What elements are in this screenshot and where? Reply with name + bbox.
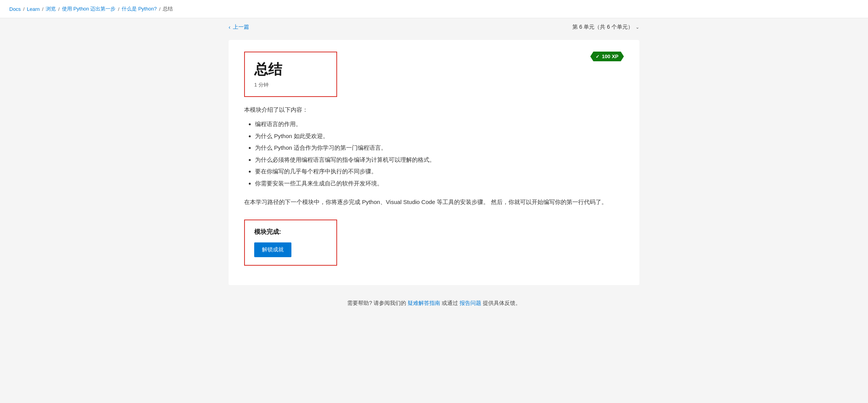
breadcrumb-learn[interactable]: Learn <box>27 6 40 12</box>
report-link[interactable]: 报告问题 <box>460 300 481 306</box>
breadcrumb-sep-3: / <box>58 6 60 12</box>
page-title: 总结 <box>254 60 327 79</box>
chevron-down-icon: ⌄ <box>636 24 639 30</box>
breadcrumb-browse[interactable]: 浏览 <box>46 5 56 12</box>
xp-badge: ✓ 100 XP <box>590 52 624 61</box>
unit-selector[interactable]: 第 6 单元（共 6 个单元） ⌄ <box>572 24 639 31</box>
check-icon: ✓ <box>596 54 599 59</box>
list-item: 你需要安装一些工具来生成自己的软件开发环境。 <box>255 179 624 188</box>
unlock-button[interactable]: 解锁成就 <box>254 242 291 257</box>
breadcrumb-sep-5: / <box>159 6 160 12</box>
breadcrumb: Docs / Learn / 浏览 / 使用 Python 迈出第一步 / 什么… <box>0 0 868 18</box>
body-text: 在本学习路径的下一个模块中，你将逐步完成 Python、Visual Studi… <box>244 197 624 207</box>
prev-label: 上一篇 <box>233 24 249 31</box>
prev-button[interactable]: ‹ 上一篇 <box>229 24 249 31</box>
footer-help: 需要帮助? 请参阅我们的 疑难解答指南 或通过 报告问题 提供具体反馈。 <box>229 293 639 314</box>
breadcrumb-docs[interactable]: Docs <box>9 6 21 12</box>
module-complete-label: 模块完成: <box>254 228 327 236</box>
chevron-left-icon: ‹ <box>229 24 231 30</box>
footer-text-mid: 或通过 <box>442 300 458 306</box>
breadcrumb-sep-1: / <box>23 6 25 12</box>
list-item: 编程语言的作用。 <box>255 120 624 129</box>
breadcrumb-course[interactable]: 使用 Python 迈出第一步 <box>62 5 116 12</box>
list-item: 为什么必须将使用编程语言编写的指令编译为计算机可以理解的格式。 <box>255 156 624 164</box>
header-box: 总结 1 分钟 <box>244 52 337 97</box>
nav-bar: ‹ 上一篇 第 6 单元（共 6 个单元） ⌄ <box>229 18 639 36</box>
faq-link[interactable]: 疑难解答指南 <box>408 300 440 306</box>
bullet-list: 编程语言的作用。 为什么 Python 如此受欢迎。 为什么 Python 适合… <box>244 120 624 188</box>
breadcrumb-current: 总结 <box>163 5 173 12</box>
duration-label: 1 分钟 <box>254 81 327 88</box>
module-complete-box: 模块完成: 解锁成就 <box>244 220 337 266</box>
footer-text-after: 提供具体反馈。 <box>483 300 521 306</box>
breadcrumb-what-is-python[interactable]: 什么是 Python? <box>122 5 157 12</box>
footer-text-before: 需要帮助? 请参阅我们的 <box>347 300 406 306</box>
xp-label: 100 XP <box>602 54 618 59</box>
list-item: 为什么 Python 如此受欢迎。 <box>255 132 624 141</box>
breadcrumb-sep-4: / <box>118 6 119 12</box>
unit-label: 第 6 单元（共 6 个单元） <box>572 24 633 31</box>
breadcrumb-sep-2: / <box>42 6 44 12</box>
content-card: ✓ 100 XP 总结 1 分钟 本模块介绍了以下内容： 编程语言的作用。 为什… <box>229 40 639 285</box>
list-item: 要在你编写的几乎每个程序中执行的不同步骤。 <box>255 167 624 176</box>
list-item: 为什么 Python 适合作为你学习的第一门编程语言。 <box>255 144 624 152</box>
intro-text: 本模块介绍了以下内容： <box>244 106 624 114</box>
